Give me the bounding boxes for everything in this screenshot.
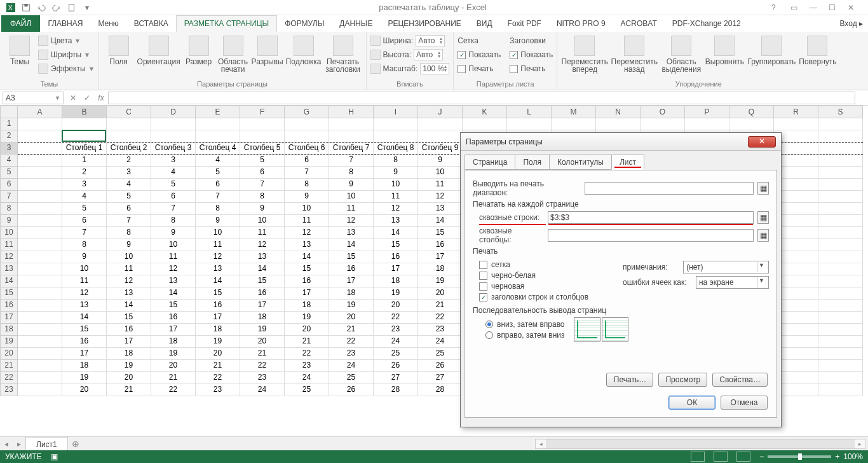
cell[interactable]: 19: [196, 336, 240, 348]
cell[interactable]: [18, 300, 62, 312]
cell[interactable]: 18: [285, 300, 329, 312]
cell[interactable]: [418, 130, 463, 142]
cell[interactable]: 12: [329, 215, 374, 227]
align-button[interactable]: Выровнять: [705, 33, 744, 66]
cell[interactable]: 22: [374, 312, 418, 324]
cell[interactable]: 22: [240, 360, 285, 372]
cell[interactable]: 18: [329, 287, 374, 300]
cell[interactable]: 13: [151, 275, 196, 287]
cell[interactable]: [18, 118, 62, 130]
cell[interactable]: 16: [374, 251, 418, 263]
ribbon-tab[interactable]: NITRO PRO 9: [549, 15, 613, 32]
cell[interactable]: 26: [329, 384, 374, 396]
cell[interactable]: [552, 118, 596, 130]
cell[interactable]: 18: [151, 336, 196, 348]
cell[interactable]: 13: [285, 239, 329, 251]
cell[interactable]: [18, 191, 62, 203]
cell[interactable]: [18, 239, 62, 251]
name-box[interactable]: A3▼: [3, 92, 64, 104]
cell[interactable]: 9: [151, 227, 196, 239]
cell[interactable]: 21: [107, 384, 151, 396]
column-header[interactable]: C: [107, 106, 151, 118]
cell[interactable]: [818, 348, 863, 360]
column-header[interactable]: B: [62, 106, 107, 118]
column-header[interactable]: N: [596, 106, 641, 118]
cell[interactable]: 24: [240, 384, 285, 396]
cell[interactable]: 11: [418, 179, 463, 191]
sheet-tab[interactable]: Лист1: [25, 437, 68, 451]
cell[interactable]: 21: [240, 348, 285, 360]
cell[interactable]: [818, 142, 863, 155]
cancel-button[interactable]: Отмена: [721, 396, 768, 410]
cell[interactable]: 24: [285, 372, 329, 384]
cell[interactable]: 23: [240, 372, 285, 384]
cell[interactable]: [596, 118, 641, 130]
dialog-close-icon[interactable]: ✕: [748, 136, 776, 148]
cell[interactable]: [18, 348, 62, 360]
range-picker-icon[interactable]: ▦: [757, 229, 769, 242]
cell[interactable]: 6: [285, 155, 329, 167]
cell[interactable]: 19: [62, 372, 107, 384]
row-header[interactable]: 16: [0, 300, 18, 312]
cell[interactable]: [818, 227, 863, 239]
cell[interactable]: 8: [62, 239, 107, 251]
column-header[interactable]: A: [18, 106, 62, 118]
row-header[interactable]: 21: [0, 360, 18, 372]
cell[interactable]: [18, 142, 62, 155]
zoom-value[interactable]: 100%: [843, 452, 863, 461]
cell[interactable]: 9: [107, 239, 151, 251]
cell[interactable]: 12: [240, 239, 285, 251]
row-header[interactable]: 18: [0, 324, 18, 336]
cell[interactable]: [818, 275, 863, 287]
cell[interactable]: 15: [240, 275, 285, 287]
cell[interactable]: [107, 130, 151, 142]
cell[interactable]: 24: [329, 360, 374, 372]
cell[interactable]: [818, 384, 863, 396]
cell[interactable]: Столбец 4: [196, 142, 240, 155]
row-header[interactable]: 23: [0, 384, 18, 396]
file-tab[interactable]: ФАЙЛ: [1, 15, 40, 32]
cell[interactable]: [18, 130, 62, 142]
cell[interactable]: 10: [62, 263, 107, 275]
cell[interactable]: 5: [196, 167, 240, 179]
normal-view-icon[interactable]: [691, 452, 705, 462]
column-header[interactable]: D: [151, 106, 196, 118]
cell[interactable]: 26: [418, 360, 463, 372]
row-header[interactable]: 9: [0, 215, 18, 227]
cell[interactable]: [18, 336, 62, 348]
fonts-button[interactable]: Шрифты▾: [38, 48, 95, 61]
cell[interactable]: 15: [329, 251, 374, 263]
cell[interactable]: [818, 324, 863, 336]
column-header[interactable]: F: [240, 106, 285, 118]
cell[interactable]: 11: [240, 227, 285, 239]
undo-icon[interactable]: [34, 1, 48, 14]
cell[interactable]: 26: [374, 360, 418, 372]
zoom-slider[interactable]: [768, 455, 831, 458]
size-button[interactable]: Размер: [183, 33, 215, 66]
cell[interactable]: Столбец 9: [418, 142, 463, 155]
cell[interactable]: 10: [107, 251, 151, 263]
cell[interactable]: [818, 130, 863, 142]
cell[interactable]: [507, 118, 552, 130]
cell[interactable]: [818, 179, 863, 191]
cell[interactable]: [818, 360, 863, 372]
cell[interactable]: 12: [151, 263, 196, 275]
cell[interactable]: 9: [329, 179, 374, 191]
cell[interactable]: 15: [285, 263, 329, 275]
order-down-radio[interactable]: вниз, затем вправо: [485, 320, 565, 329]
cell[interactable]: 8: [240, 191, 285, 203]
cell[interactable]: [240, 118, 285, 130]
cell[interactable]: [818, 300, 863, 312]
row-header[interactable]: 15: [0, 287, 18, 300]
cell[interactable]: 12: [285, 227, 329, 239]
cell[interactable]: [196, 130, 240, 142]
cell[interactable]: 22: [329, 336, 374, 348]
cell[interactable]: 19: [285, 312, 329, 324]
cell[interactable]: 13: [62, 300, 107, 312]
cell[interactable]: 9: [285, 191, 329, 203]
cell[interactable]: [818, 203, 863, 215]
cell[interactable]: 17: [196, 312, 240, 324]
notes-select[interactable]: (нет)▼: [683, 261, 769, 273]
cell[interactable]: [818, 312, 863, 324]
close-icon[interactable]: ✕: [848, 3, 865, 12]
